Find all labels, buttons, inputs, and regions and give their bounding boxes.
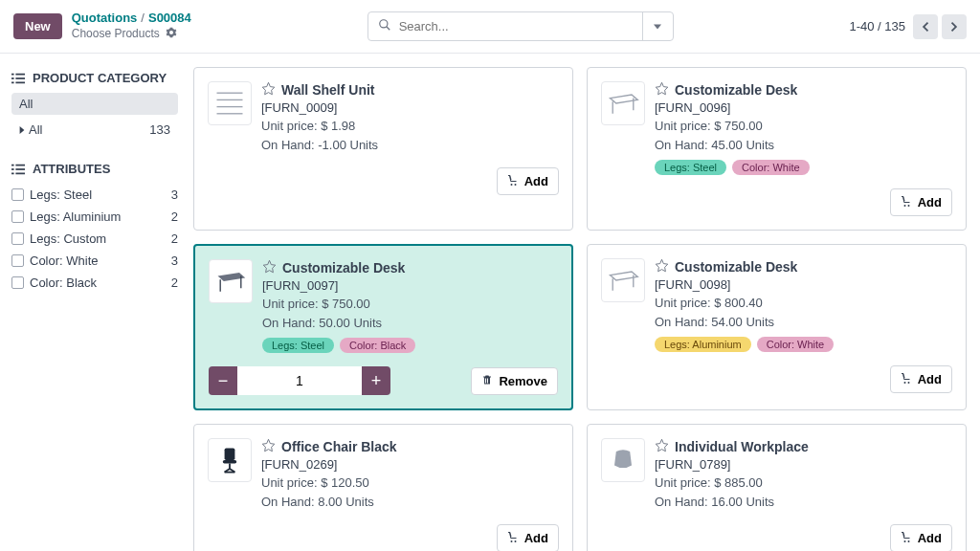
product-grid: Wall Shelf Unit [FURN_0009] Unit price: … [189, 54, 980, 551]
attr-row[interactable]: Color: Black2 [11, 272, 178, 294]
product-thumbnail [601, 438, 645, 482]
svg-rect-12 [11, 172, 14, 174]
product-thumbnail [208, 438, 252, 482]
breadcrumb-separator: / [141, 11, 145, 27]
add-button[interactable]: Add [497, 524, 559, 551]
attr-row[interactable]: Legs: Custom2 [11, 228, 178, 250]
svg-rect-24 [225, 448, 235, 460]
star-icon[interactable] [655, 258, 669, 276]
add-button[interactable]: Add [497, 167, 559, 195]
cart-icon [901, 372, 912, 386]
product-card[interactable]: Customizable Desk [FURN_0098] Unit price… [587, 244, 967, 410]
search-icon [378, 18, 391, 34]
product-card[interactable]: Customizable Desk [FURN_0096] Unit price… [587, 67, 967, 231]
product-price: Unit price: $ 120.50 [261, 474, 559, 493]
attr-row[interactable]: Legs: Steel3 [11, 184, 178, 206]
search-dropdown-toggle[interactable] [642, 12, 673, 40]
category-item-all[interactable]: All 133 [11, 119, 178, 141]
category-count: 133 [149, 122, 170, 137]
attribute-tag: Legs: Steel [262, 338, 334, 353]
product-onhand: On Hand: 50.00 Units [262, 314, 558, 333]
attr-count: 2 [171, 209, 178, 224]
svg-rect-13 [15, 172, 25, 174]
product-title: Customizable Desk [675, 82, 797, 98]
cart-icon [901, 195, 912, 209]
product-sku: [FURN_0098] [655, 277, 952, 292]
checkbox[interactable] [11, 254, 24, 267]
product-thumbnail [601, 258, 645, 302]
cart-icon [507, 531, 519, 545]
product-sku: [FURN_0096] [655, 100, 952, 115]
attr-row[interactable]: Color: White3 [11, 250, 178, 272]
checkbox[interactable] [11, 276, 24, 289]
product-card[interactable]: Customizable Desk [FURN_0097] Unit price… [193, 244, 573, 410]
add-button[interactable]: Add [890, 188, 952, 216]
svg-rect-6 [11, 81, 14, 83]
attr-label: Color: White [30, 253, 99, 268]
checkbox[interactable] [11, 188, 24, 201]
product-card[interactable]: Office Chair Black [FURN_0269] Unit pric… [193, 424, 573, 551]
breadcrumb-current[interactable]: S00084 [148, 11, 191, 27]
remove-button[interactable]: Remove [471, 367, 558, 395]
attr-label: Legs: Custom [30, 231, 106, 246]
product-onhand: On Hand: 16.00 Units [655, 493, 952, 512]
breadcrumb-root[interactable]: Quotations [72, 11, 138, 27]
attr-count: 3 [171, 253, 178, 268]
star-icon[interactable] [655, 81, 669, 99]
product-price: Unit price: $ 800.40 [655, 294, 952, 313]
star-icon[interactable] [655, 438, 669, 455]
product-onhand: On Hand: 8.00 Units [261, 493, 559, 512]
star-icon[interactable] [262, 259, 277, 276]
search-group [368, 11, 674, 41]
attribute-tag: Color: White [757, 337, 835, 352]
caret-right-icon [19, 122, 25, 137]
product-title: Customizable Desk [675, 259, 797, 275]
cart-icon [901, 531, 912, 545]
product-sku: [FURN_0269] [261, 457, 559, 472]
chevron-right-icon [949, 22, 959, 32]
pager-text: 1-40 / 135 [849, 19, 905, 33]
attr-label: Legs: Steel [30, 187, 92, 202]
pager-next-button[interactable] [942, 14, 967, 39]
star-icon[interactable] [261, 81, 276, 99]
sidebar: PRODUCT CATEGORY All All 133 ATTRIBUTES … [0, 54, 189, 551]
qty-increase-button[interactable]: + [362, 366, 390, 395]
svg-rect-3 [15, 73, 25, 75]
breadcrumb: Quotations / S00084 Choose Products [72, 11, 191, 42]
star-icon[interactable] [261, 438, 276, 455]
add-button[interactable]: Add [890, 524, 952, 551]
chevron-left-icon [921, 22, 930, 32]
attr-row[interactable]: Legs: Aluminium2 [11, 206, 178, 228]
product-price: Unit price: $ 1.98 [261, 117, 559, 136]
svg-rect-11 [15, 168, 25, 170]
svg-rect-10 [11, 168, 14, 170]
attr-count: 2 [171, 276, 178, 290]
qty-decrease-button[interactable]: − [209, 366, 237, 395]
add-button[interactable]: Add [890, 365, 952, 393]
product-card[interactable]: Individual Workplace [FURN_0789] Unit pr… [587, 424, 967, 551]
attr-count: 2 [171, 231, 178, 246]
pager-prev-button[interactable] [913, 14, 938, 39]
product-sku: [FURN_0009] [261, 100, 559, 115]
product-title: Individual Workplace [675, 439, 809, 454]
attribute-tag: Legs: Aluminium [655, 337, 751, 352]
category-all-selected[interactable]: All [11, 93, 178, 115]
product-onhand: On Hand: -1.00 Units [261, 136, 559, 155]
product-card[interactable]: Wall Shelf Unit [FURN_0009] Unit price: … [193, 67, 573, 231]
qty-input[interactable] [237, 366, 362, 395]
svg-rect-5 [15, 77, 25, 79]
cart-icon [507, 174, 519, 188]
trash-icon [481, 374, 493, 388]
quantity-stepper: − + [209, 366, 390, 395]
product-title: Office Chair Black [281, 439, 397, 454]
checkbox[interactable] [11, 210, 24, 223]
product-onhand: On Hand: 45.00 Units [655, 136, 952, 155]
checkbox[interactable] [11, 232, 24, 245]
attr-label: Color: Black [30, 276, 97, 290]
product-title: Wall Shelf Unit [281, 82, 374, 98]
new-button[interactable]: New [13, 13, 62, 39]
search-input[interactable] [399, 19, 633, 33]
attribute-tag: Color: White [732, 160, 810, 175]
svg-rect-8 [11, 164, 14, 165]
gear-icon[interactable] [166, 27, 177, 43]
